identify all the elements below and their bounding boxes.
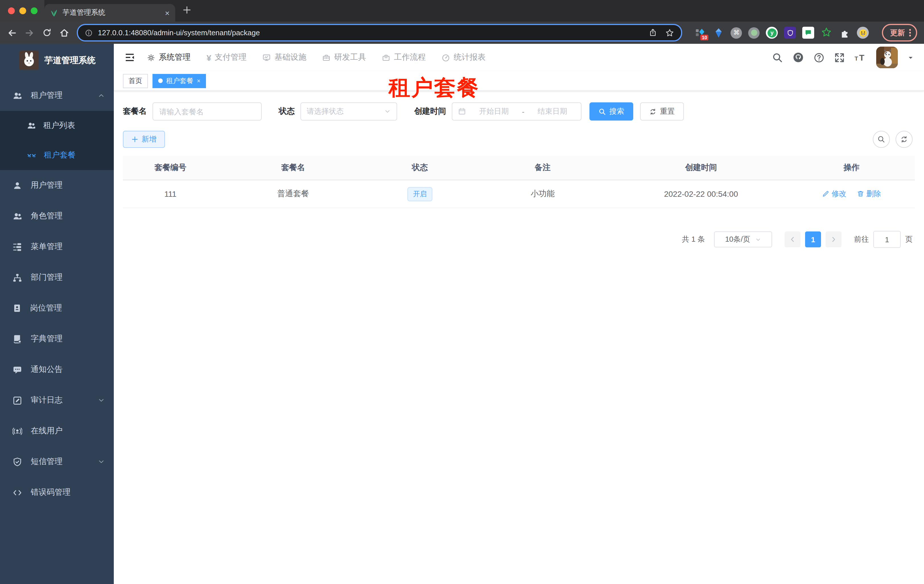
tag-home[interactable]: 首页	[123, 74, 148, 88]
sidebar-item-tenant-package[interactable]: 租户套餐	[0, 140, 114, 170]
sidebar-submenu-tenant: 租户列表 租户套餐	[0, 111, 114, 170]
sidebar-item-post-management[interactable]: 岗位管理	[0, 293, 114, 324]
search-button[interactable]: 搜索	[589, 102, 633, 120]
share-icon[interactable]	[649, 28, 657, 37]
reset-label: 重置	[660, 106, 675, 117]
date-range-picker[interactable]: 开始日期 - 结束日期	[452, 102, 581, 120]
package-name-input[interactable]	[152, 102, 262, 120]
search-icon[interactable]	[772, 52, 783, 63]
page-size-select[interactable]: 10条/页	[714, 232, 772, 247]
tab-close-icon[interactable]: ×	[165, 9, 170, 17]
topnav-workflow[interactable]: 工作流程	[382, 52, 426, 63]
toolbox-icon	[322, 53, 331, 62]
reset-button[interactable]: 重置	[640, 102, 684, 120]
topnav-payment-management[interactable]: ¥ 支付管理	[206, 52, 247, 63]
bookmark-star-icon[interactable]	[665, 28, 675, 37]
sidebar-item-menu-management[interactable]: 菜单管理	[0, 232, 114, 262]
date-end-placeholder[interactable]: 结束日期	[530, 106, 575, 117]
new-tab-button[interactable]	[182, 5, 192, 15]
page-annotation: 租户套餐	[389, 73, 480, 102]
next-page-button[interactable]	[825, 232, 842, 247]
sitemap-icon	[13, 273, 22, 282]
date-start-placeholder[interactable]: 开始日期	[471, 106, 517, 117]
favicon-plant-icon	[50, 9, 58, 17]
app-logo-rabbit	[19, 51, 39, 70]
help-icon[interactable]	[813, 52, 825, 63]
site-info-icon[interactable]	[85, 29, 93, 37]
topnav-dev-tools[interactable]: 研发工具	[322, 52, 366, 63]
sidebar-item-tenant-list[interactable]: 租户列表	[0, 111, 114, 140]
extension-chat-icon[interactable]	[802, 27, 815, 39]
topnav-infrastructure[interactable]: 基础设施	[262, 52, 306, 63]
zoom-window-button[interactable]	[31, 7, 38, 14]
minimize-window-button[interactable]	[19, 7, 26, 14]
trash-icon	[856, 190, 864, 197]
edit-label: 修改	[832, 189, 846, 199]
sidebar-item-dict-management[interactable]: 字典管理	[0, 324, 114, 354]
sidebar-item-role-management[interactable]: 角色管理	[0, 201, 114, 232]
extension-shield-icon[interactable]	[784, 27, 796, 39]
browser-tab[interactable]: 芋道管理系统 ×	[45, 4, 175, 21]
tag-tenant-package[interactable]: 租户套餐 ×	[152, 74, 206, 88]
url-bar[interactable]: 127.0.0.1:48080/admin-ui/system/tenant/p…	[77, 24, 683, 41]
sidebar-item-dept-management[interactable]: 部门管理	[0, 262, 114, 293]
tag-close-icon[interactable]: ×	[197, 77, 201, 84]
yen-icon: ¥	[206, 53, 211, 62]
user-avatar[interactable]	[876, 47, 898, 68]
extension-badge: 10	[700, 35, 709, 40]
gauge-icon	[442, 53, 450, 62]
extension-star-icon[interactable]	[821, 27, 833, 39]
close-window-button[interactable]	[8, 7, 15, 14]
font-size-icon[interactable]: TT	[855, 52, 866, 63]
browser-update-button[interactable]: 更新	[882, 24, 917, 41]
prev-page-button[interactable]	[785, 232, 800, 247]
collapse-sidebar-icon[interactable]	[124, 52, 135, 63]
edit-link[interactable]: 修改	[822, 189, 846, 199]
page-content: 套餐名 状态 请选择状态 创建时间	[114, 91, 924, 584]
extension-emoji-icon[interactable]	[857, 27, 869, 39]
filter-status-label: 状态	[279, 106, 295, 117]
col-header-created: 创建时间	[614, 156, 788, 180]
sidebar-item-online-users[interactable]: 在线用户	[0, 416, 114, 446]
extension-gem-icon[interactable]	[713, 27, 724, 39]
sidebar-item-audit-log[interactable]: 审计日志	[0, 385, 114, 416]
add-button[interactable]: 新增	[123, 131, 165, 148]
status-select[interactable]: 请选择状态	[300, 102, 397, 120]
topnav-label: 基础设施	[274, 52, 306, 63]
current-page-button[interactable]: 1	[805, 232, 821, 247]
sidebar-item-sms-management[interactable]: 短信管理	[0, 446, 114, 477]
avatar-caret-down-icon[interactable]	[908, 54, 914, 61]
topnav-system-management[interactable]: 系统管理	[147, 52, 191, 63]
back-icon[interactable]	[7, 28, 17, 38]
chevron-down-icon	[755, 236, 761, 242]
forward-icon[interactable]	[25, 28, 35, 38]
refresh-table-button[interactable]	[896, 131, 912, 148]
goto-page-input[interactable]	[873, 231, 901, 248]
sidebar-item-notice[interactable]: 通知公告	[0, 354, 114, 385]
delete-link[interactable]: 删除	[856, 189, 881, 199]
reload-icon[interactable]	[42, 28, 52, 38]
status-badge[interactable]: 开启	[408, 187, 432, 201]
topnav-report[interactable]: 统计报表	[442, 52, 486, 63]
extension-command-icon[interactable]: ⌘	[731, 27, 742, 38]
sidebar-item-error-code[interactable]: 错误码管理	[0, 477, 114, 508]
extension-puzzle-icon[interactable]	[839, 27, 851, 39]
fullscreen-icon[interactable]	[834, 52, 845, 63]
extension-gray-dot-icon[interactable]	[749, 27, 760, 38]
sidebar-logo-row[interactable]: 芋道管理系统	[0, 44, 114, 77]
github-icon[interactable]	[792, 52, 804, 63]
browser-toolbar: 127.0.0.1:48080/admin-ui/system/tenant/p…	[0, 21, 924, 44]
chevron-up-icon	[98, 92, 105, 99]
sidebar-item-tenant-management[interactable]: 租户管理	[0, 80, 114, 111]
home-icon[interactable]	[59, 28, 69, 38]
chevron-down-icon	[384, 108, 391, 115]
url-text[interactable]: 127.0.0.1:48080/admin-ui/system/tenant/p…	[98, 28, 644, 37]
pagination: 共 1 条 10条/页 1 前往	[123, 231, 915, 248]
sidebar-item-user-management[interactable]: 用户管理	[0, 170, 114, 201]
table-toolbar: 新增	[123, 131, 915, 148]
browser-menu-icon[interactable]	[909, 29, 911, 36]
extension-grid-diamond-icon[interactable]: 10	[695, 27, 706, 39]
sidebar-item-label: 菜单管理	[31, 242, 63, 252]
extension-y-icon[interactable]: y	[766, 27, 778, 39]
toggle-search-button[interactable]	[873, 131, 890, 148]
